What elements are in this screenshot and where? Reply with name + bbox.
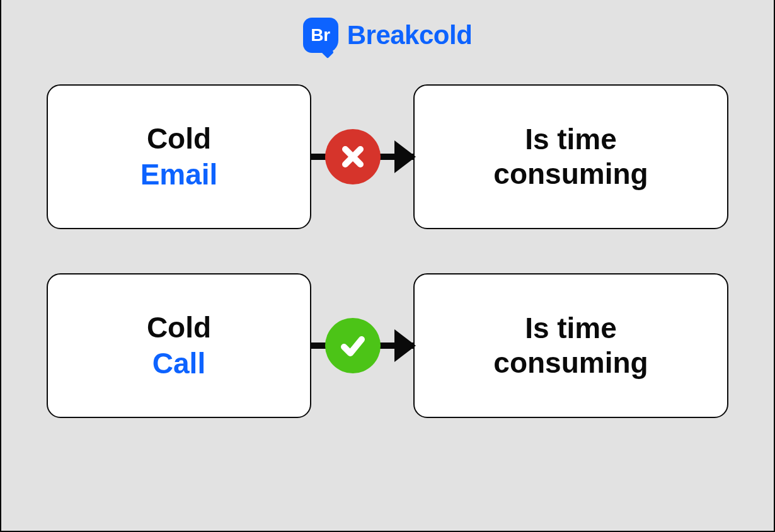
card-time-consuming: Is time consuming (413, 273, 728, 418)
card-text-line2: consuming (493, 346, 648, 380)
card-cold-email: Cold Email (47, 84, 311, 229)
card-subtitle: Call (152, 347, 205, 380)
diagram-row: Cold Call Is time consuming (47, 273, 728, 418)
diagram-rows: Cold Email Is time consuming Cold Call (1, 65, 774, 418)
card-text-line2: consuming (493, 157, 648, 191)
card-subtitle: Email (141, 158, 218, 191)
card-text-line1: Is time (525, 311, 617, 346)
arrow-head-icon (394, 140, 416, 173)
arrow-head-icon (394, 329, 416, 362)
cross-icon (325, 129, 381, 184)
connector-arrow (311, 132, 413, 182)
brand-logo-badge: Br (303, 18, 338, 53)
card-title: Cold (147, 122, 211, 156)
card-title: Cold (147, 311, 211, 344)
header: Br Breakcold (1, 0, 774, 65)
connector-arrow (311, 320, 413, 371)
card-cold-call: Cold Call (47, 273, 311, 418)
brand-name: Breakcold (347, 20, 473, 50)
card-time-consuming: Is time consuming (413, 84, 728, 229)
check-icon (325, 318, 381, 373)
diagram-row: Cold Email Is time consuming (47, 84, 728, 229)
brand-logo-text: Br (311, 25, 330, 45)
card-text-line1: Is time (525, 122, 617, 157)
